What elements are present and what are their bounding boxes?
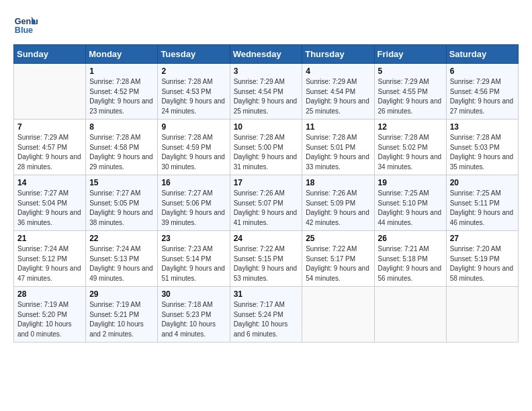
day-info: Sunrise: 7:18 AMSunset: 5:23 PMDaylight:… bbox=[161, 301, 216, 338]
day-info: Sunrise: 7:28 AMSunset: 5:01 PMDaylight:… bbox=[306, 134, 369, 171]
day-info: Sunrise: 7:26 AMSunset: 5:07 PMDaylight:… bbox=[234, 189, 298, 226]
day-number: 22 bbox=[89, 234, 154, 243]
calendar-cell: 23 Sunrise: 7:23 AMSunset: 5:14 PMDaylig… bbox=[158, 231, 230, 287]
calendar-cell bbox=[446, 287, 518, 342]
weekday-monday: Monday bbox=[86, 45, 158, 64]
day-number: 29 bbox=[89, 289, 154, 299]
day-number: 30 bbox=[161, 289, 226, 299]
day-number: 17 bbox=[234, 178, 299, 187]
page-header: General Blue bbox=[13, 13, 519, 38]
calendar-cell: 20 Sunrise: 7:25 AMSunset: 5:11 PMDaylig… bbox=[446, 175, 518, 231]
calendar-cell: 2 Sunrise: 7:28 AMSunset: 4:53 PMDayligh… bbox=[158, 64, 230, 120]
calendar-cell: 15 Sunrise: 7:27 AMSunset: 5:05 PMDaylig… bbox=[86, 175, 158, 231]
calendar-cell: 5 Sunrise: 7:29 AMSunset: 4:55 PMDayligh… bbox=[374, 64, 446, 120]
day-info: Sunrise: 7:29 AMSunset: 4:55 PMDaylight:… bbox=[378, 78, 442, 115]
day-info: Sunrise: 7:19 AMSunset: 5:20 PMDaylight:… bbox=[17, 301, 72, 338]
calendar-cell: 30 Sunrise: 7:18 AMSunset: 5:23 PMDaylig… bbox=[158, 287, 230, 342]
calendar-cell: 12 Sunrise: 7:28 AMSunset: 5:02 PMDaylig… bbox=[374, 120, 446, 175]
day-info: Sunrise: 7:28 AMSunset: 5:03 PMDaylight:… bbox=[450, 134, 514, 171]
calendar-cell: 31 Sunrise: 7:17 AMSunset: 5:24 PMDaylig… bbox=[230, 287, 302, 342]
weekday-thursday: Thursday bbox=[302, 45, 374, 64]
weekday-tuesday: Tuesday bbox=[158, 45, 230, 64]
calendar-cell: 17 Sunrise: 7:26 AMSunset: 5:07 PMDaylig… bbox=[230, 175, 302, 231]
calendar-table: SundayMondayTuesdayWednesdayThursdayFrid… bbox=[13, 44, 519, 342]
calendar-cell: 3 Sunrise: 7:29 AMSunset: 4:54 PMDayligh… bbox=[230, 64, 302, 120]
day-number: 5 bbox=[378, 66, 443, 76]
day-number: 10 bbox=[234, 122, 299, 132]
calendar-cell: 19 Sunrise: 7:25 AMSunset: 5:10 PMDaylig… bbox=[374, 175, 446, 231]
calendar-cell: 24 Sunrise: 7:22 AMSunset: 5:15 PMDaylig… bbox=[230, 231, 302, 287]
day-number: 12 bbox=[378, 122, 443, 132]
day-info: Sunrise: 7:29 AMSunset: 4:57 PMDaylight:… bbox=[17, 134, 81, 171]
day-number: 11 bbox=[306, 122, 370, 132]
day-info: Sunrise: 7:27 AMSunset: 5:05 PMDaylight:… bbox=[89, 189, 153, 226]
weekday-saturday: Saturday bbox=[446, 45, 518, 64]
day-info: Sunrise: 7:27 AMSunset: 5:06 PMDaylight:… bbox=[161, 189, 225, 226]
day-number: 15 bbox=[89, 178, 154, 187]
day-number: 9 bbox=[161, 122, 226, 132]
day-number: 2 bbox=[161, 66, 226, 76]
day-number: 18 bbox=[306, 178, 370, 187]
calendar-cell: 26 Sunrise: 7:21 AMSunset: 5:18 PMDaylig… bbox=[374, 231, 446, 287]
day-info: Sunrise: 7:28 AMSunset: 5:00 PMDaylight:… bbox=[234, 134, 298, 171]
calendar-cell bbox=[374, 287, 446, 342]
day-info: Sunrise: 7:17 AMSunset: 5:24 PMDaylight:… bbox=[234, 301, 288, 338]
day-number: 16 bbox=[161, 178, 226, 187]
day-number: 14 bbox=[17, 178, 82, 187]
day-info: Sunrise: 7:21 AMSunset: 5:18 PMDaylight:… bbox=[378, 245, 442, 282]
day-info: Sunrise: 7:23 AMSunset: 5:14 PMDaylight:… bbox=[161, 245, 225, 282]
weekday-friday: Friday bbox=[374, 45, 446, 64]
calendar-cell: 1 Sunrise: 7:28 AMSunset: 4:52 PMDayligh… bbox=[86, 64, 158, 120]
calendar-cell: 14 Sunrise: 7:27 AMSunset: 5:04 PMDaylig… bbox=[14, 175, 86, 231]
day-info: Sunrise: 7:24 AMSunset: 5:13 PMDaylight:… bbox=[89, 245, 153, 282]
day-number: 3 bbox=[234, 66, 299, 76]
day-number: 24 bbox=[234, 234, 299, 243]
day-info: Sunrise: 7:28 AMSunset: 4:59 PMDaylight:… bbox=[161, 134, 225, 171]
day-info: Sunrise: 7:19 AMSunset: 5:21 PMDaylight:… bbox=[89, 301, 144, 338]
calendar-cell: 10 Sunrise: 7:28 AMSunset: 5:00 PMDaylig… bbox=[230, 120, 302, 175]
calendar-cell: 6 Sunrise: 7:29 AMSunset: 4:56 PMDayligh… bbox=[446, 64, 518, 120]
day-info: Sunrise: 7:26 AMSunset: 5:09 PMDaylight:… bbox=[306, 189, 369, 226]
day-number: 13 bbox=[450, 122, 515, 132]
calendar-cell: 11 Sunrise: 7:28 AMSunset: 5:01 PMDaylig… bbox=[302, 120, 374, 175]
day-info: Sunrise: 7:24 AMSunset: 5:12 PMDaylight:… bbox=[17, 245, 81, 282]
day-number: 28 bbox=[17, 289, 82, 299]
day-info: Sunrise: 7:27 AMSunset: 5:04 PMDaylight:… bbox=[17, 189, 81, 226]
day-info: Sunrise: 7:28 AMSunset: 4:52 PMDaylight:… bbox=[89, 78, 153, 115]
calendar-cell: 27 Sunrise: 7:20 AMSunset: 5:19 PMDaylig… bbox=[446, 231, 518, 287]
day-info: Sunrise: 7:29 AMSunset: 4:54 PMDaylight:… bbox=[234, 78, 298, 115]
day-info: Sunrise: 7:28 AMSunset: 5:02 PMDaylight:… bbox=[378, 134, 442, 171]
svg-text:Blue: Blue bbox=[15, 26, 33, 35]
day-number: 6 bbox=[450, 66, 515, 76]
calendar-cell: 25 Sunrise: 7:22 AMSunset: 5:17 PMDaylig… bbox=[302, 231, 374, 287]
day-info: Sunrise: 7:29 AMSunset: 4:54 PMDaylight:… bbox=[306, 78, 369, 115]
day-number: 31 bbox=[234, 289, 299, 299]
day-info: Sunrise: 7:22 AMSunset: 5:17 PMDaylight:… bbox=[306, 245, 369, 282]
weekday-wednesday: Wednesday bbox=[230, 45, 302, 64]
calendar-cell: 28 Sunrise: 7:19 AMSunset: 5:20 PMDaylig… bbox=[14, 287, 86, 342]
calendar-cell: 22 Sunrise: 7:24 AMSunset: 5:13 PMDaylig… bbox=[86, 231, 158, 287]
calendar-cell bbox=[302, 287, 374, 342]
logo-icon: General Blue bbox=[13, 13, 38, 38]
day-info: Sunrise: 7:25 AMSunset: 5:11 PMDaylight:… bbox=[450, 189, 514, 226]
calendar-cell: 7 Sunrise: 7:29 AMSunset: 4:57 PMDayligh… bbox=[14, 120, 86, 175]
calendar-cell bbox=[14, 64, 86, 120]
calendar-cell: 8 Sunrise: 7:28 AMSunset: 4:58 PMDayligh… bbox=[86, 120, 158, 175]
calendar-cell: 4 Sunrise: 7:29 AMSunset: 4:54 PMDayligh… bbox=[302, 64, 374, 120]
day-number: 21 bbox=[17, 234, 82, 243]
day-number: 27 bbox=[450, 234, 515, 243]
day-number: 19 bbox=[378, 178, 443, 187]
day-number: 4 bbox=[306, 66, 370, 76]
day-number: 20 bbox=[450, 178, 515, 187]
day-info: Sunrise: 7:20 AMSunset: 5:19 PMDaylight:… bbox=[450, 245, 514, 282]
weekday-sunday: Sunday bbox=[14, 45, 86, 64]
day-info: Sunrise: 7:28 AMSunset: 4:58 PMDaylight:… bbox=[89, 134, 153, 171]
day-number: 8 bbox=[89, 122, 154, 132]
calendar-cell: 16 Sunrise: 7:27 AMSunset: 5:06 PMDaylig… bbox=[158, 175, 230, 231]
day-info: Sunrise: 7:28 AMSunset: 4:53 PMDaylight:… bbox=[161, 78, 225, 115]
day-info: Sunrise: 7:29 AMSunset: 4:56 PMDaylight:… bbox=[450, 78, 514, 115]
day-number: 26 bbox=[378, 234, 443, 243]
calendar-cell: 29 Sunrise: 7:19 AMSunset: 5:21 PMDaylig… bbox=[86, 287, 158, 342]
calendar-cell: 18 Sunrise: 7:26 AMSunset: 5:09 PMDaylig… bbox=[302, 175, 374, 231]
calendar-cell: 21 Sunrise: 7:24 AMSunset: 5:12 PMDaylig… bbox=[14, 231, 86, 287]
